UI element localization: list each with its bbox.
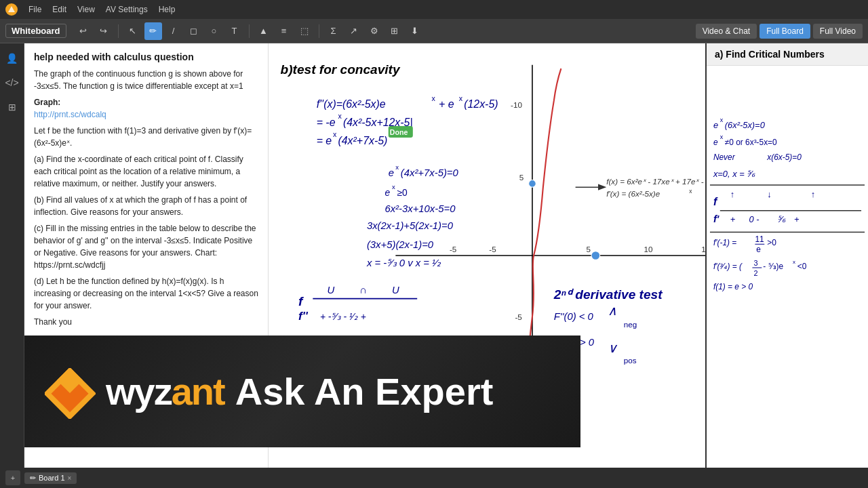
svg-text:f: f (713, 196, 718, 207)
svg-text:b)test for concavity: b)test for concavity (281, 62, 401, 77)
svg-text:U: U (328, 285, 335, 296)
sep3 (319, 24, 319, 38)
bottom-bar: + ✏ Board 1 × (0, 468, 868, 488)
wyzant-branding: wyz ant Ask An Expert (24, 336, 580, 447)
sidebar: 👤 </> ⊞ (0, 43, 24, 468)
undo-button[interactable]: ↩ (75, 22, 92, 40)
svg-text:neg: neg (624, 320, 637, 329)
svg-text:Done: Done (390, 128, 408, 136)
app-icon (5, 3, 18, 16)
part-b: (b) Find all values of x at which the gr… (34, 194, 258, 218)
svg-text:f'(³⁄₄) = (: f'(³⁄₄) = ( (713, 262, 743, 271)
video-chat-button[interactable]: Video & Chat (696, 24, 757, 39)
svg-text:+ e: + e (439, 98, 454, 110)
graph-tool[interactable]: ↗ (345, 22, 363, 40)
whiteboard-area[interactable]: help needed with calculus question The g… (24, 43, 868, 468)
arrow-tool[interactable]: ↖ (124, 22, 142, 40)
right-panel: a) Find Critical Numbers e x (6x²-5x)=0 … (705, 43, 868, 468)
wyzant-logo-diamond (45, 368, 92, 415)
settings-tool[interactable]: ⚙ (366, 22, 383, 40)
full-video-button[interactable]: Full Video (813, 24, 863, 39)
board-tab[interactable]: ✏ Board 1 × (24, 472, 77, 484)
question-title: help needed with calculus question (34, 52, 258, 62)
pencil-tool[interactable]: / (165, 22, 182, 40)
ruler-tool[interactable]: ≡ (275, 22, 293, 40)
text-tool[interactable]: T (226, 22, 243, 40)
circle-select-tool[interactable]: ○ (205, 22, 223, 40)
sidebar-person-icon[interactable]: 👤 (3, 49, 22, 68)
sep1 (118, 24, 119, 38)
svg-text:>0: >0 (767, 238, 776, 247)
svg-text:- ⁵⁄₃)e: - ⁵⁄₃)e (763, 262, 783, 271)
download-tool[interactable]: ⬇ (406, 22, 424, 40)
svg-text:(4x²-5x+12x-5|: (4x²-5x+12x-5| (343, 117, 413, 128)
title-bar: File Edit View AV Settings Help (0, 0, 868, 19)
sigma-tool[interactable]: Σ (325, 22, 342, 40)
menu-av-settings[interactable]: AV Settings (106, 5, 148, 14)
menu-edit[interactable]: Edit (52, 5, 66, 14)
svg-text:pos: pos (624, 356, 637, 365)
svg-point-46 (591, 251, 600, 260)
sidebar-code-icon[interactable]: </> (3, 73, 22, 92)
svg-text:3x(2x-1)+5(2x-1)=0: 3x(2x-1)+5(2x-1)=0 (367, 220, 454, 231)
svg-text:(4x²+7x-5): (4x²+7x-5) (338, 135, 387, 146)
eraser-tool[interactable]: ◻ (185, 22, 203, 40)
graph-link[interactable]: http://prnt.sc/wdcalq (34, 110, 106, 119)
graph-label: Graph:http://prnt.sc/wdcalq (34, 96, 258, 121)
redo-button[interactable]: ↪ (95, 22, 113, 40)
full-board-button[interactable]: Full Board (760, 24, 810, 39)
add-board-button[interactable]: + (5, 470, 20, 485)
svg-text:x: x (338, 112, 342, 120)
tab-label: Board 1 (39, 474, 65, 482)
ask-expert-text: Ask An Expert (235, 369, 494, 413)
move-tool[interactable]: ⬚ (296, 22, 313, 40)
tab-close-button[interactable]: × (68, 474, 72, 482)
svg-text:-10: -10 (511, 100, 522, 109)
menu-view[interactable]: View (77, 5, 95, 14)
svg-text:+ -⁵⁄₃  -  ¹⁄₂ +: + -⁵⁄₃ - ¹⁄₂ + (320, 312, 366, 322)
svg-text:f'(-1) =: f'(-1) = (713, 238, 736, 247)
wyzant-wyz: wyz (106, 369, 172, 413)
svg-text:0 -: 0 - (749, 214, 759, 224)
share-tool[interactable]: ⊞ (386, 22, 403, 40)
svg-text:f: f (298, 294, 304, 308)
svg-text:x(6x-5)=0: x(6x-5)=0 (766, 152, 802, 162)
svg-text:↑: ↑ (730, 189, 734, 199)
svg-text:x=0,  x = ⁵⁄₆: x=0, x = ⁵⁄₆ (713, 169, 756, 179)
svg-text:x: x (720, 134, 724, 140)
svg-point-47 (529, 180, 536, 188)
svg-text:-5: -5 (450, 245, 456, 253)
svg-text:-5: -5 (489, 245, 496, 253)
svg-text:2: 2 (753, 269, 757, 277)
right-panel-drawings: e x (6x²-5x)=0 e x ≠0 or 6x³-5x=0 Never … (707, 66, 868, 466)
svg-text:x: x (333, 130, 337, 138)
menu-bar: File Edit View AV Settings Help (28, 5, 175, 14)
svg-text:x: x (459, 94, 463, 102)
svg-text:x: x (689, 188, 692, 195)
highlight-tool[interactable]: ▲ (255, 22, 273, 40)
svg-text:3: 3 (753, 259, 757, 267)
svg-text:10: 10 (644, 245, 652, 253)
wyzant-wordmark: wyz ant Ask An Expert (106, 369, 493, 413)
svg-text:= -e: = -e (317, 117, 336, 128)
svg-text:5: 5 (519, 173, 524, 182)
right-panel-title: a) Find Critical Numbers (707, 43, 868, 66)
question-body: The graph of the continuous function g i… (34, 68, 258, 92)
svg-text:11: 11 (755, 235, 764, 244)
svg-text:∧: ∧ (608, 304, 617, 318)
svg-text:↓: ↓ (767, 189, 771, 199)
wyzant-ant: ant (172, 369, 224, 413)
svg-text:Never: Never (713, 152, 736, 162)
svg-text:(3x+5)(2x-1)=0: (3x+5)(2x-1)=0 (367, 239, 434, 250)
svg-text:-5: -5 (515, 312, 521, 321)
sidebar-layers-icon[interactable]: ⊞ (3, 98, 22, 117)
svg-text:x: x (793, 259, 795, 265)
sep2 (249, 24, 250, 38)
svg-text:∩: ∩ (359, 285, 367, 296)
menu-help[interactable]: Help (159, 5, 176, 14)
svg-text:= e: = e (317, 135, 332, 146)
svg-text:(12x-5): (12x-5) (464, 98, 498, 110)
pen-tool[interactable]: ✏ (144, 22, 162, 40)
menu-file[interactable]: File (28, 5, 41, 14)
svg-text:U: U (392, 285, 399, 296)
